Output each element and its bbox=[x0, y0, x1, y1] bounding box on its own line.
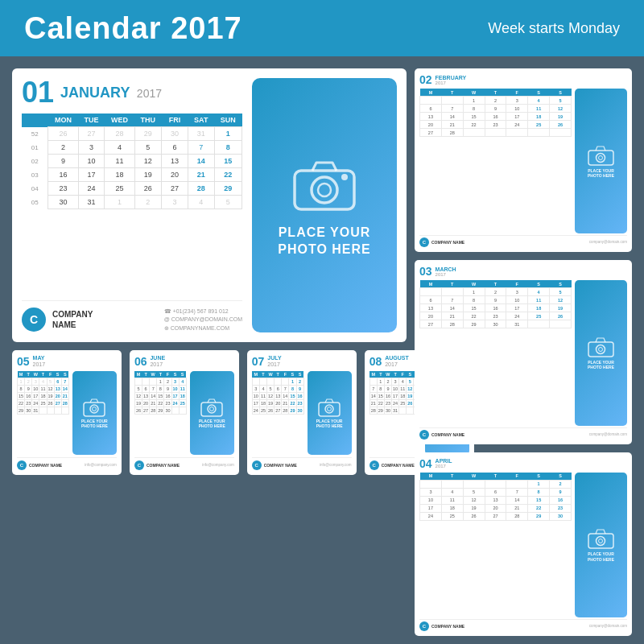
page-title: Calendar 2017 bbox=[24, 11, 242, 46]
mon-header: MON bbox=[48, 114, 78, 127]
svg-point-12 bbox=[328, 407, 332, 411]
june-header: 06 JUNE2017 bbox=[134, 355, 234, 369]
table-row: 12345 bbox=[420, 97, 572, 105]
table-row: 891011121314 bbox=[18, 385, 69, 392]
table-row: 3456789 bbox=[420, 488, 572, 496]
january-name: JANUARY bbox=[60, 85, 130, 101]
table-row: 04 23 24 25 26 27 28 29 bbox=[22, 182, 242, 196]
january-footer: C COMPANYNAME ☎ +01(234) 567 891 012 @ C… bbox=[22, 300, 242, 333]
svg-point-6 bbox=[93, 407, 97, 411]
table-row: 52 26 27 28 29 30 31 1 bbox=[22, 127, 242, 141]
table-row: 20212223242526 bbox=[420, 121, 572, 129]
january-header: 01 JANUARY 2017 bbox=[22, 78, 242, 107]
may-photo: PLACE YOURPHOTO HERE bbox=[72, 371, 117, 455]
tue-header: TUE bbox=[78, 114, 105, 127]
table-row: 1234567 bbox=[18, 378, 69, 385]
week-col-header bbox=[22, 114, 48, 127]
may-footer: C COMPANY NAME info@company.com bbox=[17, 457, 117, 470]
svg-point-11 bbox=[325, 405, 333, 413]
april-card: 04 APRIL 2017 MTWTFSS 12 3456789 1011121… bbox=[415, 452, 632, 636]
company-info: ☎ +01(234) 567 891 012 @ COMPANY@DOMAIN.… bbox=[164, 308, 242, 333]
table-row: 10111213141516 bbox=[420, 496, 572, 504]
table-row: 293031 bbox=[18, 407, 69, 414]
svg-rect-16 bbox=[588, 151, 613, 165]
svg-point-21 bbox=[599, 347, 603, 351]
june-footer: C COMPANY NAME info@company.com bbox=[134, 457, 234, 470]
svg-point-9 bbox=[210, 407, 214, 411]
table-row: 28293031 bbox=[369, 407, 421, 414]
january-grid: MON TUE WED THU FRI SAT SUN 52 26 bbox=[22, 114, 242, 209]
photo-placeholder-text-large: PLACE YOURPHOTO HERE bbox=[278, 225, 371, 258]
wed-header: WED bbox=[105, 114, 134, 127]
right-section: 02 FEBRUARY 2017 MTWTFSS 12345 678910111… bbox=[415, 68, 632, 636]
svg-point-24 bbox=[599, 539, 603, 543]
table-row: 12345 bbox=[420, 288, 572, 296]
april-photo: PLACE YOURPHOTO HERE bbox=[575, 473, 627, 617]
table-row: 1234 bbox=[134, 378, 186, 385]
july-header: 07 JULY2017 bbox=[252, 355, 352, 369]
table-row: 10111213141516 bbox=[252, 392, 303, 399]
table-row: 17181920212223 bbox=[420, 504, 572, 512]
table-row: 02 9 10 11 12 13 14 15 bbox=[22, 155, 242, 168]
march-card: 03 MARCH 2017 MTWTFSS 12345 6789101112 1… bbox=[415, 260, 632, 444]
table-row: 2728293031 bbox=[420, 320, 572, 328]
march-photo: PLACE YOURPHOTO HERE bbox=[575, 280, 627, 425]
july-photo: PLACE YOURPHOTO HERE bbox=[308, 371, 352, 455]
table-row: 21222324252627 bbox=[369, 399, 421, 407]
fri-header: FRI bbox=[162, 114, 188, 127]
table-row: 6789101112 bbox=[420, 105, 572, 113]
main-content: 01 JANUARY 2017 MON TUE WED THU bbox=[0, 56, 644, 644]
june-card: 06 JUNE2017 MTWTFSS 1234 567891011 12131… bbox=[130, 350, 239, 475]
table-row: 123456 bbox=[369, 378, 421, 385]
table-row: 01 2 3 4 5 6 7 8 bbox=[22, 141, 242, 155]
january-num: 01 bbox=[22, 78, 54, 107]
table-row: 78910111213 bbox=[369, 385, 421, 392]
table-row: 6789101112 bbox=[420, 296, 572, 304]
week-num: 52 bbox=[22, 127, 48, 141]
january-calendar: 01 JANUARY 2017 MON TUE WED THU bbox=[22, 78, 242, 332]
sun-header: SUN bbox=[214, 114, 242, 127]
svg-point-3 bbox=[341, 174, 348, 180]
small-cards-row-1: 05 MAY2017 MTWTFSS 1234567 891011121314 … bbox=[12, 350, 407, 475]
camera-icon bbox=[288, 153, 361, 217]
table-row: 13141516171819 bbox=[420, 113, 572, 121]
svg-rect-19 bbox=[588, 342, 613, 357]
svg-point-2 bbox=[318, 184, 331, 196]
january-year: 2017 bbox=[137, 87, 162, 100]
table-row: 2627282930 bbox=[134, 407, 186, 414]
svg-point-8 bbox=[208, 405, 216, 413]
june-photo: PLACE YOURPHOTO HERE bbox=[190, 371, 234, 455]
table-row: 05 30 31 1 2 3 4 5 bbox=[22, 196, 242, 209]
table-row: 03 16 17 18 19 20 21 22 bbox=[22, 168, 242, 182]
svg-point-23 bbox=[597, 537, 605, 546]
svg-point-1 bbox=[312, 177, 337, 203]
left-section: 01 JANUARY 2017 MON TUE WED THU bbox=[12, 68, 407, 636]
may-body: MTWTFSS 1234567 891011121314 15161718192… bbox=[17, 371, 117, 455]
svg-rect-22 bbox=[588, 534, 613, 548]
sat-header: SAT bbox=[188, 114, 214, 127]
table-row: 12131415161718 bbox=[134, 392, 186, 399]
february-photo: PLACE YOURPHOTO HERE bbox=[575, 89, 627, 233]
february-card: 02 FEBRUARY 2017 MTWTFSS 12345 678910111… bbox=[415, 68, 632, 252]
table-row: 19202122232425 bbox=[134, 399, 186, 407]
table-row: 3456789 bbox=[252, 385, 303, 392]
may-card: 05 MAY2017 MTWTFSS 1234567 891011121314 … bbox=[12, 350, 122, 475]
svg-point-17 bbox=[597, 153, 605, 162]
july-footer: C COMPANY NAME info@company.com bbox=[252, 457, 352, 470]
table-row: 20212223242526 bbox=[420, 312, 572, 320]
table-row: 24252627282930 bbox=[420, 512, 572, 520]
table-row: 12 bbox=[252, 378, 303, 385]
table-row: 13141516171819 bbox=[420, 304, 572, 312]
svg-point-20 bbox=[597, 345, 605, 353]
company-logo: C bbox=[22, 308, 46, 332]
thu-header: THU bbox=[134, 114, 162, 127]
table-row: 14151617181920 bbox=[369, 392, 421, 399]
company-name: COMPANYNAME bbox=[52, 309, 93, 330]
table-row: 567891011 bbox=[134, 385, 186, 392]
svg-point-18 bbox=[599, 155, 603, 159]
page-header: Calendar 2017 Week starts Monday bbox=[0, 0, 644, 56]
svg-point-5 bbox=[90, 405, 98, 413]
january-photo-area: PLACE YOURPHOTO HERE bbox=[252, 78, 397, 332]
table-row: 12 bbox=[420, 480, 572, 488]
july-card: 07 JULY2017 MTWTFSS 12 3456789 101112131… bbox=[247, 350, 357, 475]
